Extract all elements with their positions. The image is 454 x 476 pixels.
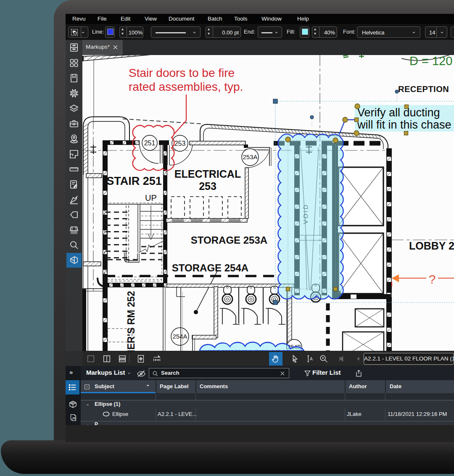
svg-text:251: 251 [144, 139, 156, 147]
svg-text:D = 120: D = 120 [409, 55, 452, 68]
svg-text:Verify all ducting: Verify all ducting [357, 106, 440, 119]
svg-text:Stair doors to be fire: Stair doors to be fire [129, 66, 235, 79]
svg-text:JS: JS [72, 416, 76, 420]
svg-text:STORAGE 254A: STORAGE 254A [172, 262, 248, 274]
svg-text:253: 253 [199, 180, 216, 192]
svg-text:will fit in this chase: will fit in this chase [357, 118, 451, 131]
svg-text:254A: 254A [172, 333, 187, 340]
svg-text:253: 253 [174, 140, 186, 147]
svg-text:RECEPTION: RECEPTION [398, 84, 449, 94]
svg-text:STORAGE 253A: STORAGE 253A [191, 234, 267, 246]
svg-text:LOBBY 25: LOBBY 25 [409, 240, 454, 252]
svg-text:?: ? [429, 272, 436, 286]
svg-text:STAIR 251: STAIR 251 [106, 175, 162, 187]
svg-text:253A: 253A [243, 153, 257, 160]
svg-text:3D: 3D [71, 402, 75, 405]
svg-text:ELECTRICAL: ELECTRICAL [174, 168, 241, 180]
svg-text:rated assemblies, typ.: rated assemblies, typ. [129, 80, 243, 93]
svg-text:UP: UP [145, 193, 157, 202]
svg-text:A: A [310, 357, 313, 361]
